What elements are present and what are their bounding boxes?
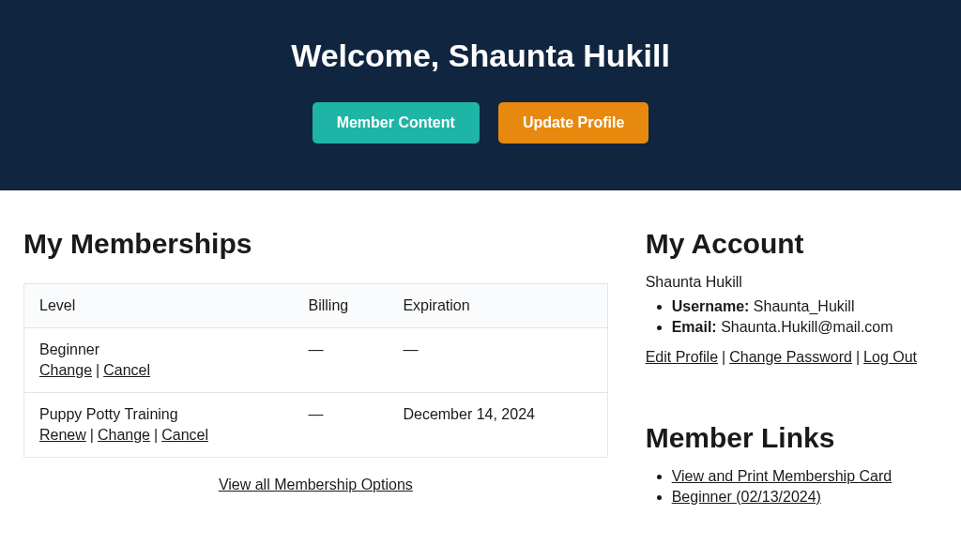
- col-level: Level: [24, 284, 294, 328]
- table-row: Beginner Change|Cancel — —: [24, 328, 608, 393]
- list-item: Beginner (02/13/2024): [672, 489, 938, 506]
- username-value: Shaunta_Hukill: [754, 298, 855, 314]
- level-name: Puppy Potty Training: [39, 406, 279, 423]
- sidebar-column: My Account Shaunta Hukill Username: Shau…: [646, 228, 938, 509]
- member-links-list: View and Print Membership Card Beginner …: [646, 468, 938, 506]
- view-all-link[interactable]: View all Membership Options: [219, 477, 413, 492]
- membership-card-link[interactable]: View and Print Membership Card: [672, 468, 892, 484]
- table-row: Puppy Potty Training Renew|Change|Cancel…: [24, 393, 608, 458]
- beginner-link[interactable]: Beginner (02/13/2024): [672, 489, 821, 505]
- log-out-link[interactable]: Log Out: [863, 349, 917, 365]
- update-profile-button[interactable]: Update Profile: [498, 102, 648, 144]
- account-email-item: Email: Shaunta.Hukill@mail.com: [672, 319, 938, 336]
- member-links-heading: Member Links: [646, 422, 938, 454]
- cell-expiration: December 14, 2024: [388, 393, 607, 458]
- cancel-link[interactable]: Cancel: [103, 362, 150, 378]
- main-container: My Memberships Level Billing Expiration …: [0, 190, 961, 547]
- cancel-link[interactable]: Cancel: [161, 427, 208, 443]
- renew-link[interactable]: Renew: [39, 427, 86, 443]
- change-link[interactable]: Change: [98, 427, 150, 443]
- col-expiration: Expiration: [388, 284, 607, 328]
- cell-expiration: —: [388, 328, 607, 393]
- account-actions: Edit Profile|Change Password|Log Out: [646, 349, 938, 366]
- cell-level: Puppy Potty Training Renew|Change|Cancel: [24, 393, 294, 458]
- list-item: View and Print Membership Card: [672, 468, 938, 485]
- view-all-wrapper: View all Membership Options: [23, 477, 608, 493]
- cell-billing: —: [294, 393, 389, 458]
- welcome-heading: Welcome, Shaunta Hukill: [19, 38, 942, 74]
- hero-buttons: Member Content Update Profile: [19, 102, 942, 144]
- account-name: Shaunta Hukill: [646, 274, 938, 291]
- email-value: Shaunta.Hukill@mail.com: [721, 319, 892, 335]
- email-label: Email:: [672, 319, 717, 335]
- change-link[interactable]: Change: [39, 362, 92, 378]
- main-column: My Memberships Level Billing Expiration …: [23, 228, 608, 509]
- cell-level: Beginner Change|Cancel: [24, 328, 294, 393]
- username-label: Username:: [672, 298, 750, 314]
- row-actions: Renew|Change|Cancel: [39, 427, 279, 444]
- row-actions: Change|Cancel: [39, 362, 279, 379]
- col-billing: Billing: [294, 284, 389, 328]
- edit-profile-link[interactable]: Edit Profile: [646, 349, 718, 365]
- level-name: Beginner: [39, 341, 279, 358]
- memberships-heading: My Memberships: [23, 228, 608, 260]
- account-username-item: Username: Shaunta_Hukill: [672, 298, 938, 315]
- hero-banner: Welcome, Shaunta Hukill Member Content U…: [0, 0, 961, 190]
- account-heading: My Account: [646, 228, 938, 260]
- account-details-list: Username: Shaunta_Hukill Email: Shaunta.…: [646, 298, 938, 336]
- change-password-link[interactable]: Change Password: [729, 349, 852, 365]
- member-content-button[interactable]: Member Content: [313, 102, 480, 144]
- cell-billing: —: [294, 328, 389, 393]
- memberships-table: Level Billing Expiration Beginner Change…: [23, 283, 608, 458]
